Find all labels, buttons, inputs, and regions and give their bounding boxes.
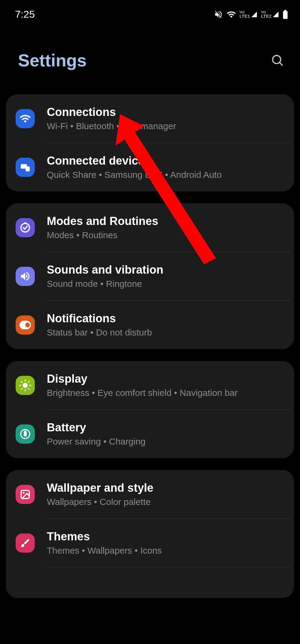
setting-subtitle: Brightness • Eye comfort shield • Naviga… <box>47 388 282 398</box>
setting-subtitle: Power saving • Charging <box>47 436 282 447</box>
setting-title: Battery <box>47 421 282 434</box>
svg-line-3 <box>280 62 283 65</box>
notifications-icon <box>16 315 35 335</box>
setting-subtitle: Sound mode • Ringtone <box>47 279 282 289</box>
setting-subtitle: Wi-Fi • Bluetooth • SIM manager <box>47 121 282 131</box>
setting-title: Sounds and vibration <box>47 263 282 276</box>
setting-wallpaper-style[interactable]: Wallpaper and style Wallpapers • Color p… <box>6 470 294 518</box>
setting-sounds-vibration[interactable]: Sounds and vibration Sound mode • Ringto… <box>6 252 294 300</box>
wallpaper-icon <box>16 485 35 504</box>
battery-icon <box>16 424 35 444</box>
setting-partial-row[interactable] <box>6 567 294 598</box>
sound-icon <box>16 267 35 286</box>
setting-title: Display <box>47 372 282 385</box>
settings-group-4: Wallpaper and style Wallpapers • Color p… <box>6 470 294 598</box>
devices-icon <box>16 158 35 177</box>
setting-themes[interactable]: Themes Themes • Wallpapers • Icons <box>6 519 294 567</box>
svg-rect-0 <box>283 11 288 19</box>
setting-subtitle: Status bar • Do not disturb <box>47 327 282 338</box>
setting-modes-routines[interactable]: Modes and Routines Modes • Routines <box>6 203 294 252</box>
svg-point-2 <box>273 55 281 63</box>
setting-title: Notifications <box>47 312 282 325</box>
status-bar: 7:25 Vo)LTE1 Vo)LTE2 <box>0 0 300 26</box>
themes-icon <box>16 533 35 553</box>
setting-subtitle: Modes • Routines <box>47 230 282 240</box>
setting-subtitle: Wallpapers • Color palette <box>47 497 282 507</box>
setting-display[interactable]: Display Brightness • Eye comfort shield … <box>6 361 294 409</box>
setting-subtitle: Themes • Wallpapers • Icons <box>47 545 282 556</box>
setting-title: Modes and Routines <box>47 215 282 228</box>
display-icon <box>16 376 35 395</box>
svg-rect-1 <box>284 10 286 11</box>
wifi-icon-status <box>226 10 236 19</box>
routines-icon <box>16 218 35 237</box>
sim1-indicator: Vo)LTE1 <box>240 11 258 18</box>
vibrate-mute-icon <box>214 10 223 19</box>
setting-title: Connected devices <box>47 154 282 167</box>
setting-notifications[interactable]: Notifications Status bar • Do not distur… <box>6 301 294 349</box>
search-button[interactable] <box>270 53 285 68</box>
search-icon <box>271 53 284 67</box>
svg-rect-12 <box>25 431 26 432</box>
settings-group-1: Connections Wi-Fi • Bluetooth • SIM mana… <box>6 94 294 191</box>
setting-battery[interactable]: Battery Power saving • Charging <box>6 410 294 458</box>
svg-rect-5 <box>26 166 30 172</box>
status-indicators: Vo)LTE1 Vo)LTE2 <box>214 10 288 19</box>
svg-point-9 <box>23 383 28 388</box>
setting-connected-devices[interactable]: Connected devices Quick Share • Samsung … <box>6 143 294 191</box>
setting-title: Connections <box>47 106 282 119</box>
settings-group-3: Display Brightness • Eye comfort shield … <box>6 361 294 458</box>
svg-point-14 <box>23 492 24 494</box>
svg-point-8 <box>25 323 30 327</box>
setting-connections[interactable]: Connections Wi-Fi • Bluetooth • SIM mana… <box>6 94 294 143</box>
setting-subtitle: Quick Share • Samsung DeX • Android Auto <box>47 170 282 180</box>
battery-icon-status <box>283 10 288 19</box>
status-time: 7:25 <box>15 8 35 20</box>
settings-group-2: Modes and Routines Modes • Routines Soun… <box>6 203 294 349</box>
wifi-icon <box>16 109 35 128</box>
page-title: Settings <box>18 50 87 70</box>
setting-title: Wallpaper and style <box>47 481 282 494</box>
setting-title: Themes <box>47 530 282 543</box>
sim2-indicator: Vo)LTE2 <box>261 11 279 18</box>
header: Settings <box>0 26 300 94</box>
